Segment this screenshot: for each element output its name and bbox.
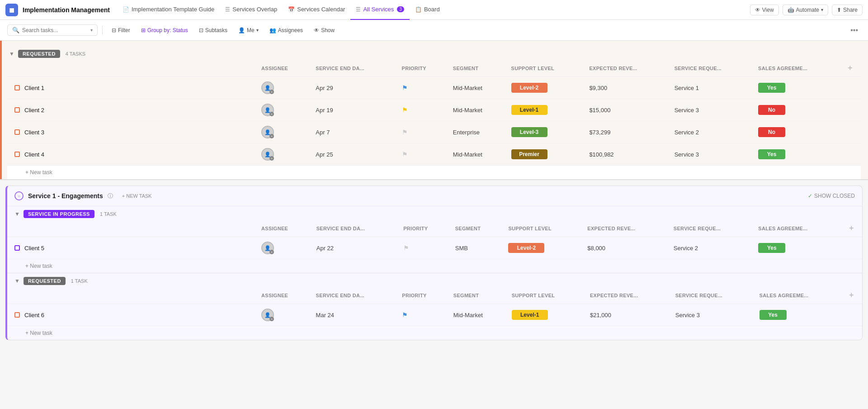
table-row: Client 1 👤 + Apr 29 ⚑ Mid-Market Level-2… xyxy=(7,77,861,99)
support-level-badge: Level-1 xyxy=(511,105,547,115)
col2-sales-agreement: SALES AGREEME... xyxy=(753,220,840,237)
search-box[interactable]: 🔍 ▾ xyxy=(7,24,98,36)
col-assignee: ASSIGNEE xyxy=(256,60,310,77)
service1-requested-chevron[interactable]: ▼ xyxy=(14,278,20,284)
group-by-button[interactable]: ⊞ Group by: Status xyxy=(137,25,193,35)
task-checkbox[interactable] xyxy=(14,152,20,157)
col2-assignee: ASSIGNEE xyxy=(256,220,311,237)
service1-new-task-btn[interactable]: + NEW TASK xyxy=(118,191,156,200)
tab-services-overlap[interactable]: ☰ Services Overlap xyxy=(220,0,283,20)
col3-expected-revenue: EXPECTED REVE... xyxy=(585,287,670,304)
in-progress-new-task[interactable]: + New task xyxy=(7,259,862,273)
chevron-down-icon-2: ▾ xyxy=(256,28,259,33)
calendar-icon: 📅 xyxy=(288,6,295,13)
col2-support-level: SUPPORT LEVEL xyxy=(503,220,582,237)
sales-agreement-cell: No xyxy=(753,99,840,121)
sales-no-badge: No xyxy=(758,127,785,137)
more-options-icon[interactable]: ••• xyxy=(848,24,861,36)
table-row: Client 2 👤 + Apr 19 ⚑ Mid-Market Level-1… xyxy=(7,99,861,121)
support-level-cell: Level-1 xyxy=(506,304,585,326)
col-expected-revenue: EXPECTED REVE... xyxy=(584,60,669,77)
table-row: Client 3 👤 + Apr 7 ⚑ Enterprise Level-3 … xyxy=(7,121,861,143)
task-checkbox[interactable] xyxy=(14,129,20,135)
column-headers: ASSIGNEE SERVICE END DA... PRIORITY SEGM… xyxy=(7,60,861,77)
service1-info-icon[interactable]: ⓘ xyxy=(108,192,113,200)
requested-new-task[interactable]: + New task xyxy=(7,166,861,179)
requested-group-header: ▼ REQUESTED 4 TASKS xyxy=(7,46,861,60)
subtasks-button[interactable]: ⊡ Subtasks xyxy=(194,25,232,35)
col-sales-agreement: SALES AGREEME... xyxy=(753,60,840,77)
task-checkbox[interactable] xyxy=(14,85,20,90)
search-chevron-icon: ▾ xyxy=(90,28,93,33)
automate-button[interactable]: 🤖 Automate ▾ xyxy=(783,5,828,15)
show-button[interactable]: 👁 Show xyxy=(309,25,339,35)
sales-agreement-cell: Yes xyxy=(753,237,840,259)
service1-group-header: ○ Service 1 - Engagements ⓘ + NEW TASK ✓… xyxy=(7,186,862,206)
date-cell: Apr 19 xyxy=(310,99,396,121)
show-closed-btn[interactable]: ✓ SHOW CLOSED xyxy=(808,193,855,199)
toolbar: 🔍 ▾ ⊟ Filter ⊞ Group by: Status ⊡ Subtas… xyxy=(0,20,868,41)
tab-services-calendar[interactable]: 📅 Services Calendar xyxy=(283,0,350,20)
sales-yes-badge: Yes xyxy=(758,243,785,253)
share-button[interactable]: ⬆ Share xyxy=(832,5,863,15)
tab-all-services[interactable]: ☰ All Services 3 xyxy=(350,0,409,20)
in-progress-chevron[interactable]: ▼ xyxy=(14,211,20,217)
service1-circle-icon: ○ xyxy=(18,194,20,199)
me-button[interactable]: 👤 Me ▾ xyxy=(234,25,263,35)
priority-cell: ⚑ xyxy=(396,304,448,326)
col-segment: SEGMENT xyxy=(448,60,506,77)
col2-priority: PRIORITY xyxy=(398,220,450,237)
row-add-cell xyxy=(840,143,861,166)
col-service-end-date: SERVICE END DA... xyxy=(310,60,396,77)
row-add-cell xyxy=(840,121,861,143)
service-requested-cell: Service 2 xyxy=(669,121,753,143)
flag-blue-icon: ⚑ xyxy=(402,311,408,319)
flag-yellow-icon: ⚑ xyxy=(402,106,408,114)
top-nav: ◼ Implementation Management 📄 Implementa… xyxy=(0,0,868,20)
assignees-button[interactable]: 👥 Assignees xyxy=(265,25,307,35)
add-column-btn-2[interactable]: ＋ xyxy=(841,220,862,237)
avatar: 👤 + xyxy=(261,81,274,94)
sales-agreement-cell: Yes xyxy=(753,77,840,99)
priority-cell: ⚑ xyxy=(398,237,450,259)
date-cell: Apr 29 xyxy=(310,77,396,99)
col2-segment: SEGMENT xyxy=(450,220,503,237)
service1-collapse-btn[interactable]: ○ xyxy=(14,191,24,200)
add-column-btn[interactable]: ＋ xyxy=(840,60,861,77)
avatar: 👤 + xyxy=(261,242,274,254)
service1-requested-badge: REQUESTED xyxy=(24,277,66,285)
support-level-cell: Level-1 xyxy=(506,99,584,121)
segment-cell: Enterprise xyxy=(448,121,506,143)
search-input[interactable] xyxy=(22,27,86,33)
revenue-cell: $8,000 xyxy=(582,237,668,259)
in-progress-table: ASSIGNEE SERVICE END DA... PRIORITY SEGM… xyxy=(7,220,862,259)
priority-cell: ⚑ xyxy=(396,143,448,166)
requested-chevron[interactable]: ▼ xyxy=(9,51,14,57)
group-icon: ⊞ xyxy=(141,27,146,33)
service-requested-cell: Service 3 xyxy=(669,143,753,166)
sales-agreement-cell: Yes xyxy=(754,304,841,326)
date-cell: Mar 24 xyxy=(311,304,397,326)
support-level-badge: Level-2 xyxy=(508,243,544,253)
service-requested-cell: Service 3 xyxy=(670,304,754,326)
doc-icon: 📄 xyxy=(123,6,129,13)
service1-requested-new-task[interactable]: + New task xyxy=(7,326,862,340)
date-cell: Apr 7 xyxy=(310,121,396,143)
row-add-cell xyxy=(841,304,862,326)
assignee-cell: 👤 + xyxy=(256,77,310,99)
add-column-btn-3[interactable]: ＋ xyxy=(841,287,862,304)
filter-button[interactable]: ⊟ Filter xyxy=(107,25,135,35)
col3-assignee: ASSIGNEE xyxy=(256,287,311,304)
tab-board[interactable]: 📋 Board xyxy=(410,0,445,20)
tab-template-guide[interactable]: 📄 Implementation Template Guide xyxy=(117,0,220,20)
date-cell: Apr 22 xyxy=(311,237,398,259)
flag-gray-icon: ⚑ xyxy=(403,244,409,252)
task-checkbox[interactable] xyxy=(14,312,20,318)
flag-gray-icon: ⚑ xyxy=(402,128,408,136)
support-level-badge: Level-3 xyxy=(511,127,547,137)
task-checkbox[interactable] xyxy=(14,245,20,251)
task-checkbox[interactable] xyxy=(14,107,20,113)
view-button[interactable]: 👁 View xyxy=(750,5,779,15)
revenue-cell: $9,300 xyxy=(584,77,669,99)
board-icon: 📋 xyxy=(415,6,422,13)
